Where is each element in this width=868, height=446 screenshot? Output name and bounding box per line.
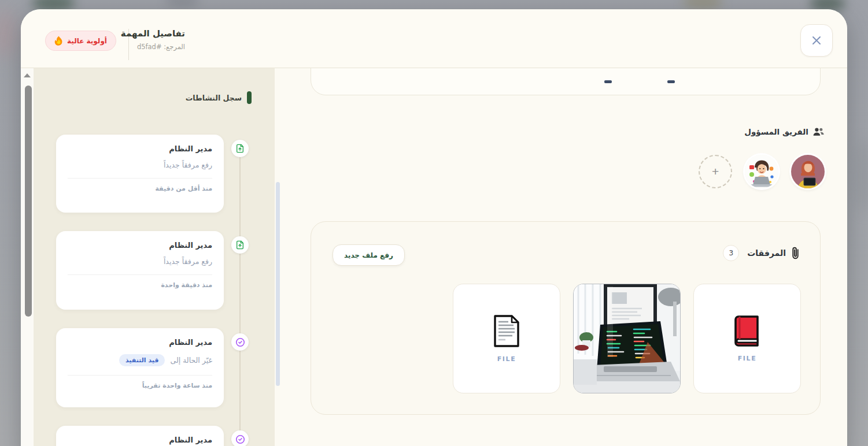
activity-entry: مدير النظام غيّر الحالة إلى قيد التنفيذ … [56,328,224,407]
activity-entry: مدير النظام [56,426,224,446]
document-file-icon [493,315,520,347]
modal-body: سجل النشاطات [21,68,847,446]
partial-top-card [311,68,821,95]
backdrop-blur-blob [682,0,723,9]
add-member-button[interactable]: + [699,155,732,188]
activity-action: رفع مرفقاً جديداً [164,161,212,169]
attachments-heading: المرفقات 3 [723,245,799,261]
activity-action: غيّر الحالة إلى [170,356,212,365]
cartoon-avatar[interactable] [745,155,778,188]
file-card-label: FILE [738,355,757,362]
activity-entry: مدير النظام رفع مرفقاً جديداً منذ أقل من… [56,135,224,213]
plus-icon: + [712,165,719,179]
activity-entry: مدير النظام رفع مرفقاً جديداً منذ دقيقة … [56,231,224,310]
team-avatar-row: + [699,155,825,188]
clipped-text-remnant [667,80,675,83]
activity-timestamp: منذ دقيقة واحدة [68,281,212,289]
card-divider [68,274,212,275]
check-circle-icon [235,337,245,347]
task-reference: المرجع: #d5fad [90,43,185,51]
clipped-text-remnant [604,80,612,83]
backdrop-blur-blob [165,0,200,7]
activity-timestamp: منذ ساعة واحدة تقريباً [68,382,212,389]
team-icon [813,128,824,136]
modal-header: أولوية عالية تفاصيل المهمة المرجع: #d5fa… [21,9,847,68]
timeline-node [231,333,249,351]
timeline-node [231,430,249,446]
title-block: تفاصيل المهمة المرجع: #d5fad [90,28,185,51]
modal-scrollbar-track[interactable] [21,68,34,446]
backdrop-blur-blob [855,139,868,214]
activity-author: مدير النظام [68,338,212,347]
file-card-image-preview[interactable] [573,284,681,393]
check-circle-icon [235,434,245,444]
backdrop-blur-blob [0,9,17,58]
file-card-book[interactable]: FILE [693,284,801,393]
activity-author: مدير النظام [68,436,212,444]
timeline-node [231,236,249,254]
scroll-up-arrow[interactable] [24,73,31,77]
page-title: تفاصيل المهمة [90,28,185,39]
book-file-icon [734,315,760,347]
upload-file-button[interactable]: رفع ملف جديد [333,244,405,266]
team-heading-label: الفريق المسؤول [744,127,808,136]
activity-author: مدير النظام [68,144,212,153]
activity-log-panel: سجل النشاطات [34,68,275,446]
timeline-line [239,148,241,446]
attachments-count-badge: 3 [723,245,739,261]
activity-log-heading-label: سجل النشاطات [186,94,242,102]
flame-icon [54,36,63,46]
close-button[interactable] [800,24,833,57]
card-divider [68,375,212,376]
activity-timestamp: منذ أقل من دقيقة [68,185,212,192]
close-icon [811,35,822,46]
laptop-photo-thumbnail [574,284,680,393]
paperclip-icon [792,247,799,259]
attachments-section: المرفقات 3 رفع ملف جديد FILE [311,221,821,415]
activity-action: رفع مرفقاً جديداً [164,257,212,266]
file-upload-icon [235,144,245,153]
status-badge: قيد التنفيذ [119,354,165,366]
modal-scrollbar-thumb[interactable] [25,86,32,317]
task-main-panel: الفريق المسؤول [275,68,847,446]
photo-avatar[interactable] [791,155,825,188]
file-card-label: FILE [497,355,516,363]
file-card-document[interactable]: FILE [453,284,560,393]
card-divider [68,178,212,179]
heading-accent-bar [247,91,252,104]
task-details-modal: أولوية عالية تفاصيل المهمة المرجع: #d5fa… [21,9,847,446]
content-scrollbar-thumb[interactable] [276,182,280,386]
team-section-heading: الفريق المسؤول [744,127,824,136]
activity-author: مدير النظام [68,241,212,250]
file-upload-icon [235,240,245,250]
timeline-node [231,140,249,157]
activity-log-heading: سجل النشاطات [186,91,252,104]
attachments-heading-label: المرفقات [747,248,786,258]
